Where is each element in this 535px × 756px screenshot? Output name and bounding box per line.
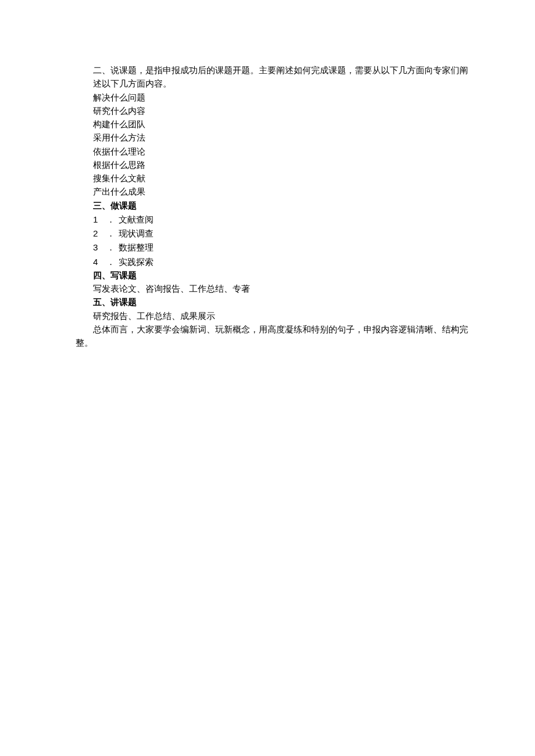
- list-dot: ．: [106, 213, 115, 227]
- section-2-item-1: 解决什么问题: [76, 91, 471, 105]
- list-text: 数据整理: [119, 243, 154, 252]
- section-4-body: 写发表论文、咨询报告、工作总结、专著: [76, 282, 471, 296]
- section-3-heading: 三、做课题: [76, 199, 471, 213]
- list-dot: ．: [106, 256, 115, 269]
- section-3-item-3: 3．数据整理: [76, 241, 471, 255]
- list-text: 文献查阅: [119, 215, 154, 224]
- section-3-item-1: 1．文献查阅: [76, 213, 471, 227]
- list-dot: ．: [106, 241, 115, 255]
- section-3-item-4: 4．实践探索: [76, 255, 471, 269]
- section-2-item-5: 依据什么理论: [76, 145, 471, 159]
- section-2-item-6: 根据什么思路: [76, 159, 471, 172]
- list-text: 现状调查: [119, 229, 154, 238]
- section-4-heading: 四、写课题: [76, 269, 471, 282]
- section-2-item-2: 研究什么内容: [76, 105, 471, 118]
- list-number: 3: [93, 241, 104, 254]
- section-2-intro: 二、说课题，是指申报成功后的课题开题。主要阐述如何完成课题，需要从以下几方面向专…: [76, 64, 471, 91]
- list-number: 1: [93, 213, 104, 226]
- section-2-item-7: 搜集什么文献: [76, 172, 471, 185]
- list-dot: ．: [106, 227, 115, 241]
- conclusion: 总体而言，大家要学会编新词、玩新概念，用高度凝练和特别的句子，申报内容逻辑清晰、…: [76, 323, 471, 350]
- list-number: 2: [93, 227, 104, 240]
- section-3-item-2: 2．现状调查: [76, 227, 471, 241]
- list-text: 实践探索: [119, 257, 154, 267]
- section-2-item-4: 采用什么方法: [76, 131, 471, 145]
- section-2-item-3: 构建什么团队: [76, 118, 471, 131]
- list-number: 4: [93, 255, 104, 268]
- section-2-item-8: 产出什么成果: [76, 185, 471, 199]
- section-5-heading: 五、讲课题: [76, 296, 471, 309]
- section-5-body: 研究报告、工作总结、成果展示: [76, 310, 471, 323]
